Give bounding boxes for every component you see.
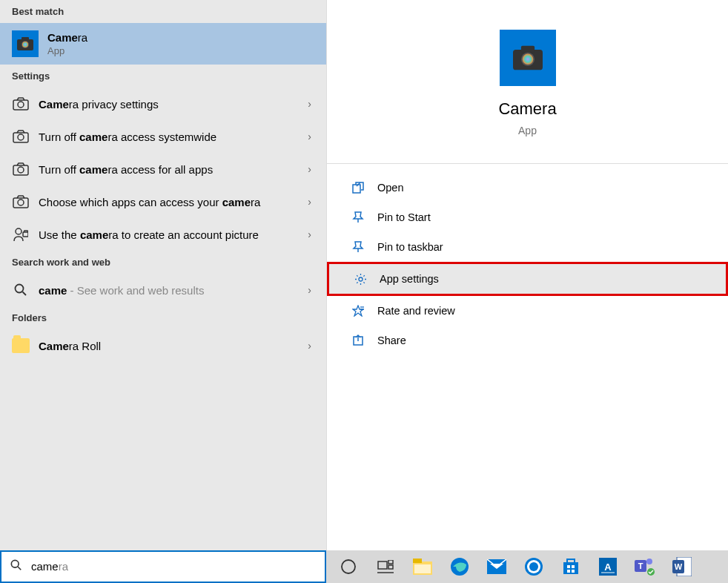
folder-icon (12, 337, 30, 355)
chevron-right-icon: › (308, 228, 311, 240)
dictionary-icon[interactable]: A (592, 552, 624, 582)
app-type: App (327, 125, 728, 136)
svg-point-7 (18, 134, 24, 140)
svg-point-3 (22, 42, 28, 47)
search-results-panel: Best match Camera App Settings Camera pr… (0, 0, 326, 550)
svg-rect-17 (520, 46, 534, 53)
chevron-right-icon: › (308, 284, 311, 296)
svg-text:A: A (604, 561, 612, 573)
settings-result[interactable]: Use the camera to create an account pict… (0, 218, 326, 251)
pin-icon (351, 210, 365, 225)
task-view-icon[interactable] (369, 552, 402, 582)
action-pin-to-taskbar[interactable]: Pin to taskbar (327, 232, 728, 262)
camera-outline-icon (12, 95, 30, 113)
svg-text:T: T (638, 561, 643, 570)
best-match-header: Best match (0, 0, 326, 23)
action-rate-and-review[interactable]: Rate and review (327, 296, 728, 326)
camera-outline-icon (12, 193, 30, 211)
result-title: Camera Roll (39, 340, 314, 352)
svg-point-11 (18, 200, 24, 205)
open-icon (351, 180, 365, 195)
folder-result[interactable]: Camera Roll › (0, 329, 326, 362)
pin-icon (351, 240, 365, 254)
svg-point-23 (359, 277, 363, 281)
action-label: Pin to Start (377, 211, 431, 223)
web-search-result[interactable]: came - See work and web results › (0, 274, 326, 306)
svg-rect-41 (563, 562, 578, 574)
svg-rect-34 (413, 559, 422, 563)
camera-outline-icon (12, 128, 30, 145)
svg-rect-35 (414, 564, 431, 573)
action-pin-to-start[interactable]: Pin to Start (327, 202, 728, 232)
svg-point-5 (18, 102, 24, 108)
camera-app-icon (12, 30, 39, 57)
svg-rect-29 (378, 561, 387, 569)
svg-point-28 (342, 560, 355, 573)
svg-line-15 (23, 292, 27, 296)
action-label: Open (377, 182, 403, 194)
result-title: Camera privacy settings (39, 98, 314, 111)
share-icon (351, 333, 365, 348)
gear-icon (353, 271, 368, 286)
chevron-right-icon: › (308, 340, 311, 352)
svg-text:W: W (675, 562, 683, 571)
chevron-right-icon: › (308, 131, 311, 142)
svg-rect-1 (21, 37, 29, 41)
settings-header: Settings (0, 65, 326, 88)
svg-rect-31 (388, 565, 393, 569)
action-label: Rate and review (377, 305, 455, 317)
chevron-right-icon: › (308, 163, 311, 175)
store-icon[interactable] (555, 552, 587, 582)
file-explorer-icon[interactable] (406, 552, 439, 582)
result-title: Choose which apps can access your camera (39, 196, 314, 208)
app-name: Camera (327, 99, 728, 119)
cortana-icon[interactable] (332, 552, 365, 582)
svg-point-19 (522, 54, 533, 65)
action-label: Pin to taskbar (377, 241, 443, 253)
best-match-camera[interactable]: Camera App (0, 23, 326, 65)
svg-point-12 (16, 228, 21, 234)
search-icon (12, 281, 30, 299)
star-icon (351, 303, 365, 318)
camera-outline-icon (12, 225, 30, 243)
chevron-right-icon: › (308, 196, 311, 208)
action-label: App settings (380, 273, 439, 285)
search-icon (10, 559, 22, 574)
svg-rect-43 (572, 565, 575, 568)
svg-point-9 (18, 167, 24, 173)
svg-rect-45 (572, 570, 575, 573)
app-tile-icon (500, 30, 556, 86)
settings-result[interactable]: Turn off camera access systemwide › (0, 120, 326, 153)
teams-icon[interactable]: T (629, 552, 661, 582)
chevron-right-icon: › (308, 98, 311, 110)
svg-rect-13 (23, 232, 28, 237)
settings-result[interactable]: Choose which apps can access your camera… (0, 185, 326, 218)
svg-point-14 (16, 285, 24, 293)
result-title: Camera (47, 31, 314, 44)
action-share[interactable]: Share (327, 326, 728, 355)
action-app-settings[interactable]: App settings (327, 262, 728, 296)
camera-outline-icon (12, 160, 30, 178)
search-input-container[interactable]: camera (0, 550, 326, 583)
mail-icon[interactable] (480, 552, 513, 582)
svg-point-40 (529, 562, 538, 571)
search-web-header: Search work and web (0, 251, 326, 274)
settings-result[interactable]: Camera privacy settings › (0, 88, 326, 120)
svg-rect-42 (567, 565, 570, 568)
edge-icon[interactable] (443, 552, 476, 582)
result-title: Turn off camera access systemwide (39, 131, 314, 143)
settings-result[interactable]: Turn off camera access for all apps › (0, 153, 326, 185)
result-title: Use the camera to create an account pict… (39, 228, 314, 241)
word-icon[interactable]: W (666, 552, 698, 582)
taskbar: A T W (326, 550, 728, 583)
svg-point-26 (11, 560, 19, 567)
svg-point-51 (646, 559, 652, 564)
svg-line-27 (18, 567, 21, 570)
svg-rect-44 (567, 570, 570, 573)
dell-icon[interactable] (517, 552, 550, 582)
preview-panel: Camera App OpenPin to StartPin to taskba… (326, 0, 728, 550)
result-title: came - See work and web results (39, 284, 314, 297)
result-title: Turn off camera access for all apps (39, 163, 314, 176)
action-open[interactable]: Open (327, 173, 728, 202)
folders-header: Folders (0, 306, 326, 329)
